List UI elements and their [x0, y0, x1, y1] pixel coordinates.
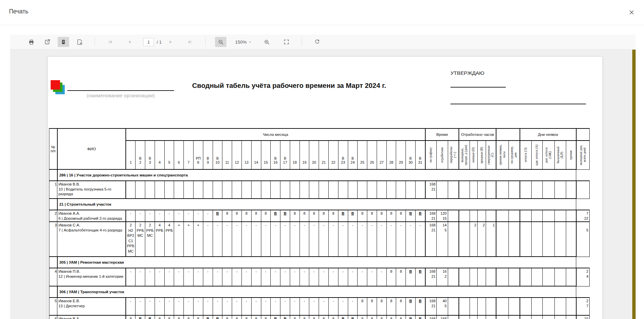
group-worked-hours: Отработано часов: [459, 128, 496, 141]
day-cell: -: [222, 298, 232, 315]
day-cell: -: [145, 268, 155, 286]
day-cell: 8: [367, 298, 377, 315]
stat-cell: [478, 181, 486, 199]
stat-cell: [470, 210, 478, 222]
modal-header: Печать: [0, 0, 644, 25]
day-cell: -: [271, 222, 280, 257]
group-days: Числа месяца: [126, 128, 425, 141]
last-page-button[interactable]: [184, 37, 196, 47]
section-title: 305 | УАМ | Ремонтная мастерская: [57, 257, 576, 268]
day-cell: 8: [261, 210, 271, 222]
stat-cell: [486, 181, 496, 199]
day-cell: -: [155, 268, 164, 286]
day-cell: [136, 181, 145, 199]
day-column-header: РП8: [194, 141, 203, 169]
zoom-out-button[interactable]: [215, 37, 226, 47]
first-page-button[interactable]: [104, 37, 116, 47]
row-number-cell: 2: [49, 210, 57, 222]
stat-cell: [566, 268, 576, 286]
employee-name-cell: Иванов Е.В.13 | Диспетчер: [57, 298, 126, 315]
stat-cell: [566, 315, 576, 319]
refresh-button[interactable]: [311, 37, 323, 47]
section-row: 305 | УАМ | Ремонтная мастерская: [49, 257, 590, 268]
stat-cell: [478, 298, 486, 315]
previous-page-button[interactable]: [124, 37, 135, 47]
num-cell: [49, 286, 57, 298]
stat-cell: [508, 222, 520, 257]
stat-cell: [486, 315, 496, 319]
stat-cell: [459, 268, 470, 286]
day-cell: 8: [241, 210, 251, 222]
day-cell: 8: [358, 210, 367, 222]
day-cell: 8: [222, 315, 232, 319]
stat-cell: [508, 268, 520, 286]
day-cell: [280, 181, 290, 199]
day-cell: 8: [396, 210, 406, 222]
next-page-button[interactable]: [165, 37, 176, 47]
organization-caption: (наименование организации): [61, 93, 181, 98]
day-cell: В: [145, 315, 155, 319]
approve-label: УТВЕРЖДАЮ: [450, 70, 484, 76]
day-column-header: 22: [328, 141, 338, 169]
preview-scrollbar[interactable]: [632, 50, 636, 319]
page-input[interactable]: [143, 38, 154, 46]
stat-cell: [486, 298, 496, 315]
stat-cell: [542, 268, 554, 286]
document-settings-button[interactable]: [74, 37, 85, 47]
zoom-in-button[interactable]: [261, 37, 273, 47]
day-cell: -: [300, 268, 309, 286]
zoom-level-label[interactable]: 150%: [235, 40, 247, 45]
day-cell: 2 Н2 ВР2 С1 РРБ МС: [126, 222, 136, 257]
stat-cell: [496, 181, 508, 199]
employee-name-cell: Иванов С.А.7 | Асфальтобетонщик 4-го раз…: [57, 222, 126, 257]
stat-column-header: отработано: [437, 141, 448, 169]
section-row: 21 | Строительный участок: [49, 199, 590, 210]
day-cell: -: [338, 268, 348, 286]
day-cell: В: [348, 210, 358, 222]
day-cell: [203, 181, 213, 199]
employee-row: 2Иванов А.А.6 | Дорожный рабочий 2-го ра…: [49, 210, 590, 222]
day-column-header: 20: [309, 141, 319, 169]
day-cell: -: [126, 268, 136, 286]
zoom-dropdown-caret-icon[interactable]: [248, 40, 252, 44]
stat-cell: 168 21: [425, 210, 437, 222]
day-cell: -: [164, 298, 174, 315]
employee-row: 6Иванов В.А.11 | Водитель автомобиля 5-г…: [49, 315, 590, 319]
num-cell: [49, 257, 57, 268]
day-cell: -: [358, 268, 367, 286]
day-cell: 8: [232, 210, 242, 222]
day-cell: [232, 181, 242, 199]
day-cell: [164, 181, 174, 199]
day-cell: -: [300, 222, 309, 257]
stat-cell: 168 21: [425, 268, 437, 286]
day-cell: -: [203, 210, 213, 222]
close-icon[interactable]: [628, 7, 638, 17]
row-number-cell: 4: [49, 268, 57, 286]
day-cell: В: [338, 210, 348, 222]
day-cell: В: [406, 315, 416, 319]
stat-cell: [437, 181, 448, 199]
day-cell: -: [338, 222, 348, 257]
day-column-header: В24: [348, 141, 358, 169]
day-cell: [145, 181, 155, 199]
day-cell: В: [338, 315, 348, 319]
day-cell: -: [126, 298, 136, 315]
export-button[interactable]: [42, 37, 53, 47]
print-button[interactable]: [25, 37, 37, 47]
stat-column-header: ночные (Н): [470, 141, 478, 169]
day-cell: В: [213, 210, 222, 222]
fullscreen-button[interactable]: [281, 37, 292, 47]
day-cell: 8: [396, 298, 406, 315]
document-view-button[interactable]: [58, 37, 69, 47]
day-cell: 8: [328, 210, 338, 222]
day-cell: -: [280, 222, 290, 257]
employee-name-cell: Иванов П.В.12 | Инженер-механик 1-й кате…: [57, 268, 126, 286]
stat-cell: [508, 298, 520, 315]
day-cell: В: [406, 268, 416, 286]
day-cell: -: [203, 268, 213, 286]
stat-cell: [532, 298, 542, 315]
stat-cell: [520, 181, 532, 199]
stat-cell: [448, 268, 459, 286]
document-title: Сводный табель учёта рабочего времени за…: [189, 82, 390, 90]
day-cell: [184, 181, 194, 199]
